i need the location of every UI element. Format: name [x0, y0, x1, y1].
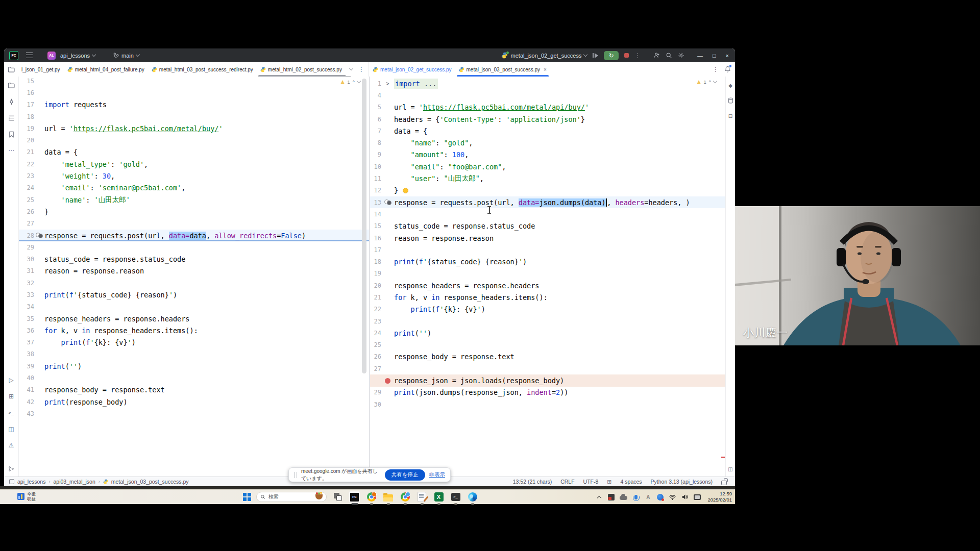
close-button[interactable]: ×	[726, 53, 729, 59]
taskbar-search-input[interactable]: 検索	[256, 492, 327, 502]
volume-icon[interactable]	[681, 493, 689, 501]
breadcrumb-file[interactable]: metal_json_03_post_success.py	[111, 479, 189, 485]
gutter[interactable]: >	[381, 81, 394, 86]
main-menu-icon[interactable]	[26, 53, 33, 58]
touch-keyboard-icon[interactable]	[693, 493, 701, 501]
close-tab-icon[interactable]: ×	[544, 67, 547, 72]
tray-overflow-chevron-icon[interactable]	[595, 493, 603, 501]
hide-link[interactable]: 非表示	[429, 471, 446, 479]
line-number: 27	[370, 365, 381, 372]
branch-selector[interactable]: main	[113, 53, 139, 59]
microphone-icon[interactable]	[632, 493, 640, 501]
more-tool-windows-icon[interactable]: ⋯	[7, 146, 15, 155]
breadcrumb-project[interactable]: api_lessons	[17, 479, 45, 485]
hidden-tabs-chevron-icon[interactable]	[349, 66, 353, 70]
gutter[interactable]	[34, 233, 44, 238]
project-selector[interactable]: api_lessons	[60, 53, 95, 59]
widgets-button[interactable]: 今後 収益	[17, 491, 36, 502]
line-number: 4	[370, 92, 381, 99]
commit-tool-icon[interactable]	[7, 97, 15, 106]
layout-settings-icon[interactable]: ◫	[726, 465, 734, 473]
breakpoint-icon[interactable]	[385, 378, 390, 384]
drag-handle-icon[interactable]	[294, 472, 297, 478]
taskbar-pycharm-icon[interactable]: PC	[349, 491, 360, 503]
tab-metal-html-02-post-success-active[interactable]: metal_html_02_post_success.py ×	[257, 62, 352, 77]
taskbar-chrome-icon[interactable]	[365, 491, 377, 503]
code-line-left-36: 36for k, v in response_headers.items():	[19, 324, 369, 336]
taskbar-chrome2-icon[interactable]	[399, 491, 411, 503]
project-folder-icon[interactable]	[4, 66, 18, 72]
tab-metal-html-03-post-success-redirect[interactable]: metal_html_03_post_success_redirect.py	[148, 62, 257, 77]
search-everywhere-icon[interactable]	[666, 52, 672, 59]
taskbar-terminal-icon[interactable]: >_	[450, 491, 461, 503]
python-interpreter[interactable]: Python 3.13 (api_lessons)	[651, 479, 713, 485]
right-inspections-widget[interactable]: 1 ^	[695, 79, 718, 85]
run-with-profiler-icon[interactable]	[593, 53, 598, 58]
maximize-button[interactable]: □	[713, 53, 716, 59]
tab-options-icon[interactable]: ⋮	[358, 66, 364, 73]
stop-button[interactable]	[624, 53, 629, 58]
start-button[interactable]	[243, 493, 251, 501]
task-view-button[interactable]	[332, 491, 344, 503]
tray-clock[interactable]: 12:59 2025/02/01	[707, 491, 732, 503]
left-inspections-widget[interactable]: 1 ^	[339, 79, 362, 85]
tab-metal-html-04-post-failure[interactable]: metal_html_04_post_failure.py	[64, 62, 148, 77]
fold-arrow-icon[interactable]: >	[386, 80, 389, 87]
next-problem-icon[interactable]	[713, 79, 717, 83]
notifications-bell-icon[interactable]	[724, 66, 731, 72]
file-encoding[interactable]: UTF-8	[583, 479, 599, 485]
services-tool-icon[interactable]: ◫	[7, 425, 15, 433]
tab-metal-json-01-get[interactable]: l_json_01_get.py	[18, 62, 64, 77]
prev-problem-icon[interactable]: ^	[709, 80, 711, 85]
writable-lock-icon[interactable]	[721, 481, 727, 485]
left-scrollbar-thumb[interactable]	[362, 79, 366, 373]
version-control-tool-icon[interactable]	[7, 465, 15, 473]
structure-tool-icon[interactable]	[7, 114, 15, 122]
more-actions-icon[interactable]: ⋮	[634, 52, 641, 59]
tray-app-icon[interactable]	[607, 493, 615, 501]
left-editor-pane[interactable]: 151617import requests1819url = 'https://…	[19, 77, 369, 477]
database-tool-icon[interactable]	[726, 96, 734, 105]
gutter[interactable]	[381, 378, 394, 384]
next-problem-icon[interactable]	[357, 79, 361, 83]
gutter[interactable]	[381, 199, 394, 205]
update-status-icon[interactable]	[656, 493, 664, 501]
python-packages-tool-icon[interactable]: ⊞	[7, 392, 15, 400]
rerun-button[interactable]: ↻	[604, 51, 619, 60]
taskbar-edge-icon[interactable]	[467, 491, 478, 503]
ime-a-icon[interactable]: A	[644, 493, 652, 501]
bookmarks-tool-icon[interactable]	[7, 130, 15, 138]
onedrive-cloud-icon[interactable]	[620, 493, 627, 501]
prev-problem-icon[interactable]: ^	[353, 80, 355, 85]
editor-tabs: l_json_01_get.py metal_html_04_post_fail…	[4, 62, 735, 77]
settings-gear-icon[interactable]	[678, 52, 684, 59]
intention-bulb-icon[interactable]	[403, 188, 408, 193]
tab-metal-json-02-get-success[interactable]: metal_json_02_get_success.py	[369, 62, 455, 77]
gutter-ai-icon[interactable]	[384, 199, 391, 205]
breadcrumb-folder[interactable]: api03_metal_json	[53, 479, 95, 485]
line-separator[interactable]: CRLF	[560, 479, 574, 485]
wifi-icon[interactable]	[669, 493, 676, 501]
tab-metal-json-03-post-success-active[interactable]: metal_json_03_post_success.py ×	[455, 62, 550, 77]
taskbar-excel-icon[interactable]: X	[433, 491, 445, 503]
line-number: 22	[370, 306, 381, 313]
tab-options-icon[interactable]: ⋮	[713, 66, 719, 73]
indent-style[interactable]: 4 spaces	[621, 479, 642, 485]
project-tool-icon[interactable]	[7, 81, 15, 89]
code-with-me-icon[interactable]	[653, 52, 660, 59]
stop-sharing-button[interactable]: 共有を停止	[385, 469, 425, 481]
branch-name: main	[121, 53, 134, 59]
right-editor-pane[interactable]: 1>import ...45url = 'https://flask.pc5ba…	[370, 77, 725, 477]
caret-position[interactable]: 13:52 (21 chars)	[513, 479, 552, 485]
taskbar-explorer-icon[interactable]	[382, 491, 394, 503]
taskbar-notepad-icon[interactable]	[416, 491, 428, 503]
minimize-button[interactable]: —	[697, 53, 703, 59]
gradle-tool-icon[interactable]: ⊟	[726, 112, 734, 120]
ai-assistant-tool-icon[interactable]: ◆	[726, 81, 734, 89]
gutter-ai-icon[interactable]	[36, 233, 43, 238]
column-mode-icon[interactable]: ⊞	[607, 479, 611, 485]
terminal-tool-icon[interactable]: >_	[7, 409, 15, 417]
problems-tool-icon[interactable]: ⚠	[7, 441, 15, 449]
run-tool-icon[interactable]: ▷	[7, 376, 15, 384]
run-configuration-selector[interactable]: metal_json_02_get_success	[501, 52, 587, 59]
